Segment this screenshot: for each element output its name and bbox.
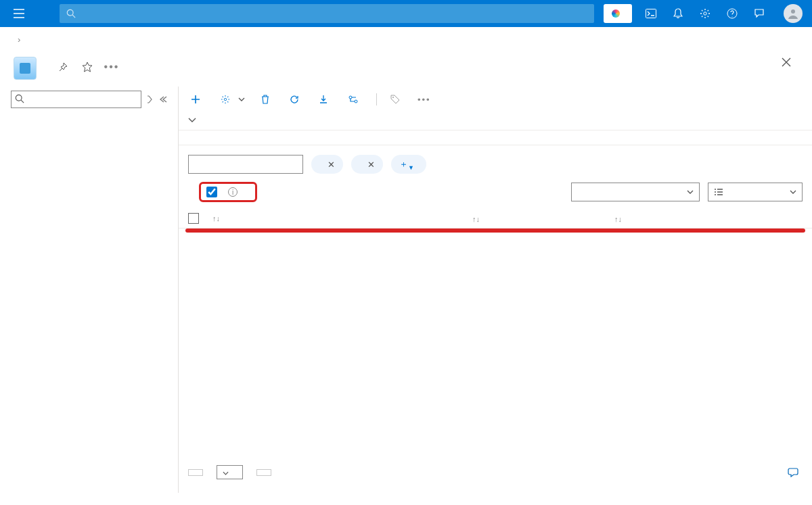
- more-button[interactable]: •••: [104, 59, 119, 74]
- essentials-toggle[interactable]: [188, 118, 202, 123]
- expand-icon: [147, 95, 154, 104]
- export-csv-button[interactable]: [317, 92, 334, 107]
- highlight-rows: [185, 229, 805, 233]
- filter-pill-type[interactable]: ✕: [311, 155, 343, 174]
- svg-point-8: [224, 98, 227, 101]
- close-blade-button[interactable]: [781, 57, 792, 68]
- sort-icon[interactable]: ↑↓: [212, 214, 220, 222]
- filter-input[interactable]: [188, 155, 303, 174]
- pager-prev-button[interactable]: [188, 469, 203, 476]
- plus-icon: [191, 95, 200, 104]
- svg-point-6: [16, 95, 22, 101]
- command-bar: •••: [179, 87, 812, 112]
- star-icon: [82, 62, 93, 72]
- header-icon-strip: [637, 0, 773, 27]
- refresh-icon: [290, 95, 299, 104]
- add-filter-icon: ＋▼: [399, 158, 414, 171]
- manage-view-button[interactable]: [218, 92, 248, 107]
- sidebar-search-input[interactable]: [11, 91, 141, 108]
- search-icon: [15, 94, 24, 103]
- sort-icon[interactable]: ↑↓: [614, 215, 622, 223]
- chevron-down-icon: [223, 471, 229, 475]
- list-icon: [714, 189, 723, 195]
- favorite-button[interactable]: [80, 59, 95, 74]
- chevron-right-icon: ›: [18, 34, 20, 45]
- copilot-icon: [612, 9, 620, 18]
- sidebar-search-row: [0, 87, 178, 112]
- assign-tags-button: [388, 92, 407, 107]
- trash-icon: [261, 95, 269, 104]
- avatar-icon: [787, 7, 799, 20]
- sidebar-collapse-button[interactable]: [159, 96, 167, 103]
- settings-button[interactable]: [692, 0, 719, 27]
- tag-icon: [390, 95, 400, 104]
- sidebar-expand-button[interactable]: [147, 95, 154, 104]
- bell-icon: [673, 8, 683, 19]
- help-button[interactable]: [719, 0, 746, 27]
- pin-icon: [58, 62, 68, 72]
- view-mode-select[interactable]: [708, 183, 803, 201]
- sidebar: [0, 87, 179, 493]
- svg-point-5: [791, 9, 795, 14]
- svg-line-1: [72, 15, 75, 18]
- global-search-input[interactable]: [76, 9, 587, 19]
- pill-type-remove[interactable]: ✕: [328, 160, 335, 170]
- chevron-down-icon: [687, 190, 694, 194]
- main-pane: ••• ✕ ✕ ＋▼ i: [179, 87, 812, 493]
- svg-point-11: [392, 97, 394, 98]
- cloud-shell-button[interactable]: [637, 0, 664, 27]
- open-query-button[interactable]: [345, 93, 365, 106]
- delete-rg-button[interactable]: [258, 92, 276, 107]
- hamburger-icon: [14, 9, 24, 18]
- filter-row: ✕ ✕ ＋▼: [179, 145, 812, 179]
- info-icon[interactable]: i: [228, 187, 238, 197]
- toolbar-separator: [376, 93, 377, 105]
- chevron-down-icon: [790, 190, 796, 194]
- page-header: •••: [0, 51, 812, 87]
- feedback-icon: [788, 468, 798, 477]
- collapse-icon: [159, 96, 167, 103]
- pager-next-button[interactable]: [256, 469, 271, 476]
- help-icon: [727, 8, 738, 19]
- grouping-select[interactable]: [571, 183, 700, 201]
- pill-location-remove[interactable]: ✕: [367, 160, 375, 170]
- page-header-actions: •••: [55, 59, 119, 74]
- close-icon: [781, 57, 792, 68]
- svg-point-0: [67, 9, 73, 16]
- pin-button[interactable]: [55, 59, 70, 74]
- account-button[interactable]: [778, 4, 807, 23]
- filter-pill-location[interactable]: ✕: [351, 155, 383, 174]
- refresh-button[interactable]: [287, 92, 306, 107]
- nav-hamburger-button[interactable]: [5, 0, 32, 27]
- give-feedback-link[interactable]: [788, 468, 803, 477]
- create-button[interactable]: [188, 92, 207, 107]
- pager: [179, 452, 812, 493]
- resource-group-icon: [14, 57, 37, 80]
- pager-page-select[interactable]: [217, 465, 243, 479]
- table-header: ↑↓ ↑↓ ↑↓: [179, 209, 812, 229]
- global-header: [0, 0, 812, 27]
- svg-rect-2: [646, 9, 656, 18]
- sort-icon[interactable]: ↑↓: [472, 215, 480, 223]
- count-row: i: [179, 179, 812, 209]
- copilot-button[interactable]: [604, 4, 632, 23]
- svg-point-3: [704, 12, 706, 15]
- svg-line-7: [21, 100, 24, 103]
- add-filter-button[interactable]: ＋▼: [391, 155, 426, 174]
- toolbar-overflow-button[interactable]: •••: [418, 95, 431, 105]
- avatar: [784, 4, 803, 23]
- feedback-button[interactable]: [746, 0, 773, 27]
- notifications-button[interactable]: [664, 0, 692, 27]
- essentials-bar: [179, 112, 812, 130]
- svg-point-9: [349, 96, 352, 99]
- cloud-shell-icon: [646, 9, 656, 18]
- query-icon: [348, 95, 359, 103]
- select-all-checkbox[interactable]: [188, 213, 199, 224]
- show-hidden-checkbox[interactable]: [206, 187, 217, 197]
- resources-table: ↑↓ ↑↓ ↑↓: [179, 209, 812, 233]
- feedback-icon: [754, 8, 765, 19]
- global-search[interactable]: [60, 4, 594, 23]
- chevron-down-icon: [238, 97, 245, 101]
- svg-point-10: [355, 100, 357, 103]
- breadcrumb: ›: [0, 27, 812, 51]
